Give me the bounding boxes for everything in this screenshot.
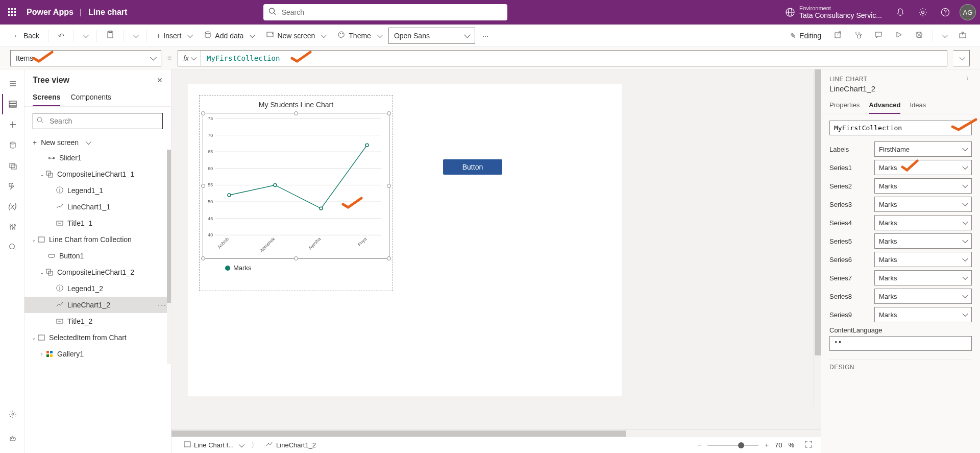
canvas-horizontal-scrollbar[interactable] (172, 430, 821, 437)
rail-search[interactable] (2, 237, 22, 257)
fx-dropdown[interactable]: fx (178, 51, 201, 66)
resize-handle[interactable] (387, 111, 391, 115)
undo-button[interactable]: ↶ (53, 28, 69, 44)
save-dropdown[interactable] (937, 28, 951, 44)
breadcrumb-control[interactable]: LineChart1_2 (262, 441, 320, 449)
rail-treeview[interactable] (2, 94, 22, 114)
formula-input[interactable]: MyFirstCollection (201, 54, 286, 62)
rail-hamburger[interactable] (2, 74, 22, 94)
rail-insert[interactable] (2, 114, 22, 135)
tab-screens[interactable]: Screens (33, 89, 60, 106)
rail-media[interactable] (2, 155, 22, 176)
font-selector[interactable]: Open Sans (388, 28, 475, 44)
labels-select[interactable]: FirstName (874, 141, 972, 157)
tree-node-screen-collection[interactable]: ⌄Line Chart from Collection (24, 231, 171, 248)
tree-node-linechart1[interactable]: LineChart1_1 (24, 199, 171, 215)
resize-handle[interactable] (387, 256, 391, 260)
theme-button[interactable]: Theme (332, 28, 386, 44)
save-button[interactable] (910, 28, 928, 44)
rail-variables[interactable]: (x) (2, 196, 22, 217)
canvas-page[interactable]: My Students Line Chart 4045505560657075A… (188, 84, 622, 396)
scrollbar-thumb[interactable] (172, 431, 626, 437)
tree-node-legend1[interactable]: ⓘLegend1_1 (24, 182, 171, 199)
tree-node-screen-selected[interactable]: ⌄SelectedItem from Chart (24, 329, 171, 346)
rail-settings[interactable] (2, 404, 22, 424)
tab-properties[interactable]: Properties (829, 97, 860, 114)
user-avatar[interactable]: AG (960, 4, 976, 20)
tab-ideas[interactable]: Ideas (910, 97, 926, 114)
node-more-icon[interactable]: ··· (158, 301, 167, 309)
rail-virtual-agent[interactable] (2, 428, 22, 449)
new-screen-button[interactable]: New screen (261, 28, 330, 44)
series1-select[interactable]: Marks (874, 160, 972, 175)
tree-search-input[interactable] (33, 113, 163, 129)
tree-node-slider[interactable]: ⊶Slider1 (24, 150, 171, 166)
series6-select[interactable]: Marks (874, 252, 972, 267)
canvas-vertical-scrollbar[interactable] (814, 69, 821, 406)
rail-powerautomate[interactable] (2, 176, 22, 196)
share-button[interactable] (828, 28, 847, 44)
help-icon[interactable] (935, 2, 955, 22)
global-search[interactable] (263, 4, 507, 20)
series9-select[interactable]: Marks (874, 307, 972, 322)
resize-handle[interactable] (294, 111, 298, 115)
breadcrumb-screen[interactable]: Line Chart f... (180, 441, 247, 449)
tree-node-title2[interactable]: Title1_2 (24, 313, 171, 329)
fit-to-window-button[interactable] (804, 440, 813, 450)
publish-button[interactable] (953, 28, 972, 44)
zoom-out-button[interactable]: − (698, 441, 702, 449)
undo-dropdown[interactable] (78, 28, 92, 44)
insert-button[interactable]: +Insert (151, 28, 197, 44)
search-input[interactable] (263, 4, 507, 20)
preview-button[interactable] (890, 28, 908, 44)
content-language-input[interactable] (829, 336, 972, 351)
property-selector[interactable]: Items (10, 50, 161, 66)
tab-advanced[interactable]: Advanced (869, 97, 900, 114)
canvas-button-control[interactable]: Button (443, 159, 502, 175)
editing-mode-button[interactable]: ✎Editing (785, 28, 826, 44)
tree-scrollbar-thumb[interactable] (167, 150, 171, 303)
app-checker-button[interactable] (849, 28, 867, 44)
environment-selector[interactable]: Environment Tata Consultancy Servic... (779, 5, 888, 19)
tab-components[interactable]: Components (70, 89, 111, 106)
add-data-button[interactable]: Add data (199, 28, 259, 44)
series4-select[interactable]: Marks (874, 215, 972, 230)
chart-title[interactable]: My Students Line Chart (200, 96, 393, 111)
series7-select[interactable]: Marks (874, 270, 972, 285)
resize-handle[interactable] (387, 184, 391, 188)
app-launcher-icon[interactable] (4, 4, 20, 20)
close-icon[interactable]: ✕ (157, 76, 163, 84)
composite-chart-container[interactable]: My Students Line Chart 4045505560657075A… (199, 95, 393, 291)
paste-dropdown[interactable] (128, 28, 142, 44)
tree-node-composite1[interactable]: ⌄CompositeLineChart1_1 (24, 166, 171, 182)
tree-node-button1[interactable]: Button1 (24, 248, 171, 264)
paste-button[interactable] (101, 28, 119, 44)
series3-select[interactable]: Marks (874, 197, 972, 212)
back-button[interactable]: ←Back (8, 28, 44, 44)
resize-handle[interactable] (294, 256, 298, 260)
overflow-button[interactable]: ··· (477, 28, 494, 44)
tree-node-gallery[interactable]: ›Gallery1 (24, 346, 171, 362)
notifications-icon[interactable] (890, 2, 911, 22)
rail-advanced-tools[interactable] (2, 217, 22, 237)
resize-handle[interactable] (201, 256, 205, 260)
comments-button[interactable] (869, 28, 888, 44)
items-formula-input[interactable] (829, 121, 972, 135)
chart-legend[interactable]: Marks (200, 261, 393, 272)
canvas-viewport[interactable]: My Students Line Chart 4045505560657075A… (172, 69, 821, 430)
slider-thumb[interactable] (738, 442, 744, 448)
tree-node-composite2[interactable]: ⌄CompositeLineChart1_2 (24, 264, 171, 280)
tree-node-legend2[interactable]: ⓘLegend1_2 (24, 280, 171, 297)
resize-handle[interactable] (201, 184, 205, 188)
zoom-in-button[interactable]: + (765, 441, 769, 449)
settings-icon[interactable] (913, 2, 933, 22)
chevron-right-icon[interactable]: 〉 (966, 75, 972, 83)
tree-node-linechart2[interactable]: LineChart1_2··· (24, 297, 171, 313)
zoom-slider[interactable] (707, 445, 758, 446)
series8-select[interactable]: Marks (874, 289, 972, 304)
series5-select[interactable]: Marks (874, 233, 972, 249)
tree-node-title1[interactable]: Title1_1 (24, 215, 171, 231)
formula-expand-button[interactable] (953, 50, 970, 66)
line-chart-control[interactable]: 4045505560657075AshishAbhishekAyeshaPriy… (203, 113, 389, 259)
tree-new-screen[interactable]: + New screen (24, 135, 171, 150)
